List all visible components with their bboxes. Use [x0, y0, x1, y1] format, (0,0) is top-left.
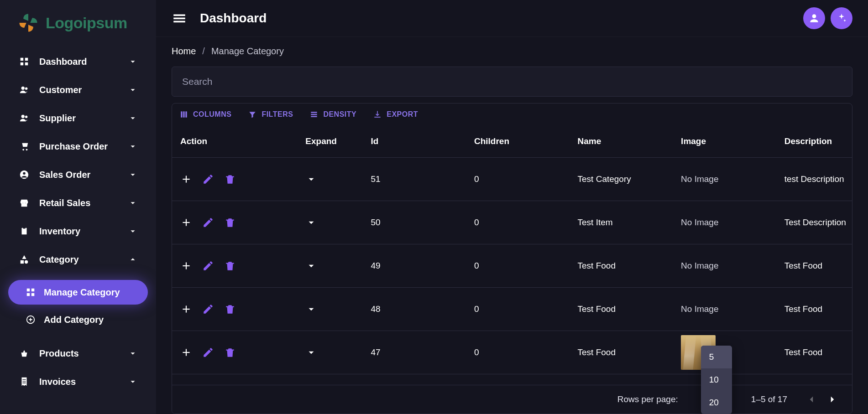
prev-page-button[interactable] — [805, 393, 817, 405]
add-child-button[interactable] — [180, 303, 192, 315]
sparkle-button[interactable] — [831, 7, 852, 29]
expand-row-button[interactable] — [305, 260, 317, 272]
cell-name: Test Food — [570, 331, 673, 374]
cell-name: Test Food — [570, 244, 673, 287]
breadcrumb-separator: / — [202, 46, 205, 57]
columns-button[interactable]: COLUMNS — [177, 106, 234, 123]
cell-description: Test Description — [776, 201, 852, 244]
filters-button[interactable]: FILTERS — [245, 106, 296, 123]
expand-row-button[interactable] — [305, 217, 317, 228]
col-id[interactable]: Id — [362, 125, 466, 157]
cell-image: No Image — [673, 287, 776, 331]
table-row: 500Test ItemNo ImageTest Description020 — [172, 201, 852, 244]
table-row: 490Test FoodNo ImageTest Food120 — [172, 244, 852, 287]
delete-button[interactable] — [224, 303, 236, 315]
edit-button[interactable] — [202, 217, 214, 228]
delete-button[interactable] — [224, 173, 236, 185]
add-child-button[interactable] — [180, 260, 192, 272]
chevron-down-icon — [128, 198, 138, 208]
rows-per-page-option-10[interactable]: 10 — [701, 368, 732, 391]
svg-point-15 — [25, 260, 28, 264]
columns-label: COLUMNS — [193, 110, 231, 119]
delete-button[interactable] — [224, 347, 236, 358]
sidebar-item-retail-sales[interactable]: Retail Sales — [8, 189, 148, 217]
table-row: 510Test CategoryNo Imagetest Description… — [172, 157, 852, 201]
svg-rect-28 — [185, 111, 187, 117]
sidebar-item-inventory[interactable]: Inventory — [8, 217, 148, 245]
svg-rect-20 — [31, 293, 34, 296]
sidebar-subitem-add-category[interactable]: Add Category — [8, 307, 148, 332]
cell-name: Test Item — [570, 201, 673, 244]
rows-per-page-option-20[interactable]: 20 — [701, 391, 732, 414]
add-child-button[interactable] — [180, 217, 192, 228]
sidebar-subitem-label: Manage Category — [44, 287, 120, 298]
sidebar-subitem-manage-category[interactable]: Manage Category — [8, 280, 148, 305]
cell-children: 0 — [466, 287, 570, 331]
sidebar-item-invoices[interactable]: Invoices — [8, 367, 148, 396]
edit-icon — [202, 260, 214, 272]
account-button[interactable] — [803, 7, 825, 29]
density-label: DENSITY — [323, 110, 356, 119]
expand-row-button[interactable] — [305, 347, 317, 358]
sidebar-item-label: Customer — [39, 85, 128, 95]
svg-rect-12 — [21, 203, 27, 207]
dashboard-icon — [18, 56, 30, 67]
col-expand[interactable]: Expand — [297, 125, 362, 157]
search-input[interactable] — [172, 67, 852, 97]
basket-icon — [18, 347, 30, 359]
svg-point-25 — [812, 14, 816, 18]
next-page-button[interactable] — [826, 393, 838, 405]
sidebar-item-supplier[interactable]: Supplier — [8, 104, 148, 132]
svg-rect-2 — [21, 62, 23, 65]
plus-icon — [180, 303, 192, 315]
sidebar-item-products[interactable]: Products — [8, 339, 148, 367]
cell-name: Test Category — [570, 157, 673, 201]
plus-icon — [180, 347, 192, 358]
col-description[interactable]: Description — [776, 125, 852, 157]
density-button[interactable]: DENSITY — [307, 106, 359, 123]
expand-row-button[interactable] — [305, 303, 317, 315]
table-row: 470Test FoodTest Food120 — [172, 331, 852, 374]
menu-toggle-button[interactable] — [172, 10, 187, 26]
sidebar-item-label: Supplier — [39, 113, 128, 124]
svg-rect-14 — [23, 227, 26, 229]
sidebar-item-sales-order[interactable]: Sales Order — [8, 160, 148, 189]
col-image[interactable]: Image — [673, 125, 776, 157]
logo-text: Logoipsum — [46, 14, 127, 32]
chevron-down-icon — [305, 217, 317, 228]
sidebar-item-dashboard[interactable]: Dashboard — [8, 47, 148, 76]
svg-rect-17 — [27, 289, 30, 291]
breadcrumb-home[interactable]: Home — [172, 46, 196, 57]
sidebar: Logoipsum Dashboard Customer Supplier Pu… — [0, 0, 156, 414]
edit-button[interactable] — [202, 303, 214, 315]
logo[interactable]: Logoipsum — [0, 0, 156, 47]
plus-icon — [180, 217, 192, 228]
col-name[interactable]: Name — [570, 125, 673, 157]
sidebar-item-category[interactable]: Category — [8, 245, 148, 274]
col-action[interactable]: Action — [172, 125, 297, 157]
topbar: Dashboard — [156, 0, 868, 37]
svg-point-4 — [21, 87, 25, 90]
export-button[interactable]: EXPORT — [370, 106, 421, 123]
cart-icon — [18, 140, 30, 152]
add-child-button[interactable] — [180, 173, 192, 185]
svg-rect-30 — [311, 114, 317, 115]
chevron-down-icon — [128, 377, 138, 387]
svg-rect-19 — [27, 293, 30, 296]
sidebar-item-label: Category — [39, 254, 128, 265]
expand-row-button[interactable] — [305, 173, 317, 185]
edit-button[interactable] — [202, 173, 214, 185]
delete-button[interactable] — [224, 260, 236, 272]
sidebar-item-customer[interactable]: Customer — [8, 76, 148, 104]
sidebar-item-label: Inventory — [39, 226, 128, 237]
add-child-button[interactable] — [180, 347, 192, 358]
delete-button[interactable] — [224, 217, 236, 228]
cell-id: 47 — [362, 331, 466, 374]
edit-button[interactable] — [202, 260, 214, 272]
sidebar-item-purchase-order[interactable]: Purchase Order — [8, 132, 148, 160]
rows-per-page-option-5[interactable]: 5 — [701, 346, 732, 368]
breadcrumb-current: Manage Category — [211, 46, 284, 57]
col-children[interactable]: Children — [466, 125, 570, 157]
plus-icon — [180, 173, 192, 185]
edit-button[interactable] — [202, 347, 214, 358]
